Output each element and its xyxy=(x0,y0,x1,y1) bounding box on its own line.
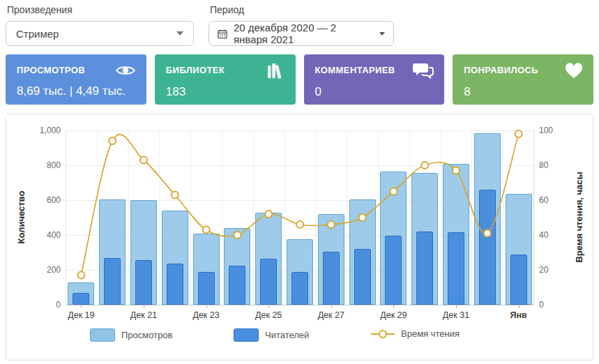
readers-bar[interactable] xyxy=(198,272,215,305)
reading-time-point xyxy=(172,192,179,199)
vertical-gridline xyxy=(315,130,316,305)
y-axis-right-tick-label: 20 xyxy=(539,265,567,275)
likes-card-label: ПОНРАВИЛОСЬ xyxy=(464,63,538,75)
legend-label: Читателей xyxy=(265,330,309,340)
vertical-gridline xyxy=(471,130,472,305)
calendar-icon xyxy=(218,28,227,40)
x-axis-tick-mark xyxy=(268,305,269,308)
vertical-gridline xyxy=(253,130,254,305)
horizontal-gridline xyxy=(66,130,534,131)
vertical-gridline xyxy=(441,130,441,305)
x-axis-tick-mark xyxy=(206,305,207,308)
y-axis-right-tick-label: 100 xyxy=(539,126,567,135)
readers-bar[interactable] xyxy=(167,264,183,305)
x-axis-tick-label: Дек 27 xyxy=(309,310,354,320)
y-axis-left-tick-label: 800 xyxy=(30,160,61,170)
views-card: ПРОСМОТРОВ 8,69 тыс. | 4,49 тыс. xyxy=(6,54,146,105)
likes-card: ПОНРАВИЛОСЬ 8 xyxy=(453,54,593,105)
x-axis-tick-mark xyxy=(456,305,457,308)
legend-item-reading-time[interactable]: Время чтения xyxy=(371,328,460,339)
readers-bar[interactable] xyxy=(479,190,496,305)
readers-bar[interactable] xyxy=(416,232,433,305)
x-axis-tick-mark xyxy=(393,305,394,308)
legend-line-marker xyxy=(371,329,395,339)
analytics-chart-panel: Количество Время чтения, часы 0200400600… xyxy=(6,114,593,361)
readers-bar[interactable] xyxy=(510,255,527,305)
vertical-gridline xyxy=(503,130,503,305)
readers-bar[interactable] xyxy=(260,259,277,305)
y-axis-left-tick-label: 1,000 xyxy=(30,126,61,135)
comments-icon xyxy=(412,63,434,79)
legend-swatch xyxy=(234,328,259,342)
y-axis-right-tick-label: 60 xyxy=(539,195,567,205)
reading-time-point xyxy=(203,227,210,234)
reading-time-point xyxy=(140,157,147,164)
reading-time-point xyxy=(296,221,303,228)
x-axis-tick-mark xyxy=(519,305,520,308)
legend-item-views[interactable]: Просмотров xyxy=(90,328,173,342)
legend-item-readers[interactable]: Читателей xyxy=(234,328,309,342)
heart-icon xyxy=(565,63,583,79)
libraries-card: БИБЛИОТЕК 183 xyxy=(155,54,296,105)
vertical-gridline xyxy=(347,130,347,305)
vertical-gridline xyxy=(97,130,98,305)
readers-bar[interactable] xyxy=(323,252,340,305)
x-axis-tick-label: Дек 19 xyxy=(59,310,103,320)
x-axis-tick-mark xyxy=(81,305,82,308)
vertical-gridline xyxy=(128,130,129,305)
vertical-gridline xyxy=(159,130,160,305)
readers-bar[interactable] xyxy=(104,258,121,305)
readers-bar[interactable] xyxy=(229,266,245,305)
comments-card-label: КОММЕНТАРИЕВ xyxy=(315,63,395,75)
works-select[interactable]: Стример xyxy=(6,21,194,46)
readers-bar[interactable] xyxy=(135,260,152,305)
works-filter-label: Произведения xyxy=(7,4,73,15)
chevron-down-icon xyxy=(176,31,183,36)
x-axis-tick-mark xyxy=(331,305,332,308)
vertical-gridline xyxy=(222,130,222,305)
plot-right-edge xyxy=(533,130,534,305)
x-axis-line xyxy=(66,305,535,305)
vertical-gridline xyxy=(409,130,410,305)
period-filter-label: Период xyxy=(210,4,244,15)
y-axis-left-tick-label: 400 xyxy=(30,230,61,240)
x-axis-tick-label: Дек 23 xyxy=(184,310,229,320)
readers-bar[interactable] xyxy=(291,272,308,305)
reading-time-point xyxy=(109,137,116,144)
x-axis-tick-label: Дек 31 xyxy=(434,310,478,320)
x-axis-tick-label: Дек 29 xyxy=(371,310,416,320)
period-value: 20 декабря 2020 — 2 января 2021 xyxy=(234,22,369,45)
comments-card-value: 0 xyxy=(315,85,434,99)
vertical-gridline xyxy=(285,130,285,305)
y-axis-left-tick-label: 600 xyxy=(30,195,61,205)
readers-bar[interactable] xyxy=(385,236,402,305)
views-card-value: 8,69 тыс. | 4,49 тыс. xyxy=(17,84,136,98)
libraries-card-label: БИБЛИОТЕК xyxy=(166,63,225,75)
readers-bar[interactable] xyxy=(448,232,464,305)
y-axis-left-tick-label: 0 xyxy=(30,300,61,310)
legend-label: Просмотров xyxy=(121,330,173,340)
reading-time-point xyxy=(515,130,522,137)
x-axis-tick-label: Дек 21 xyxy=(121,310,166,320)
y-axis-right-tick-label: 80 xyxy=(539,160,567,170)
y-axis-left-title: Количество xyxy=(16,130,28,305)
vertical-gridline xyxy=(378,130,379,305)
chevron-down-icon xyxy=(379,32,385,36)
views-card-label: ПРОСМОТРОВ xyxy=(17,63,85,75)
x-axis-tick-mark xyxy=(144,305,144,308)
period-picker[interactable]: 20 декабря 2020 — 2 января 2021 xyxy=(208,21,394,46)
reading-time-point xyxy=(77,272,84,279)
y-axis-left-tick-label: 200 xyxy=(30,265,61,275)
readers-bar[interactable] xyxy=(354,249,371,305)
stat-cards-row: ПРОСМОТРОВ 8,69 тыс. | 4,49 тыс. БИБЛИОТ… xyxy=(6,54,593,105)
works-select-value: Стример xyxy=(16,28,59,40)
books-icon xyxy=(266,63,285,79)
legend-swatch xyxy=(90,328,115,342)
legend-label: Время чтения xyxy=(401,328,460,339)
x-axis-tick-label: Янв xyxy=(496,310,541,320)
eye-icon xyxy=(115,63,136,78)
readers-bar[interactable] xyxy=(73,293,89,305)
comments-card: КОММЕНТАРИЕВ 0 xyxy=(304,54,445,105)
likes-card-value: 8 xyxy=(464,85,583,99)
y-axis-right-tick-label: 0 xyxy=(539,300,567,310)
